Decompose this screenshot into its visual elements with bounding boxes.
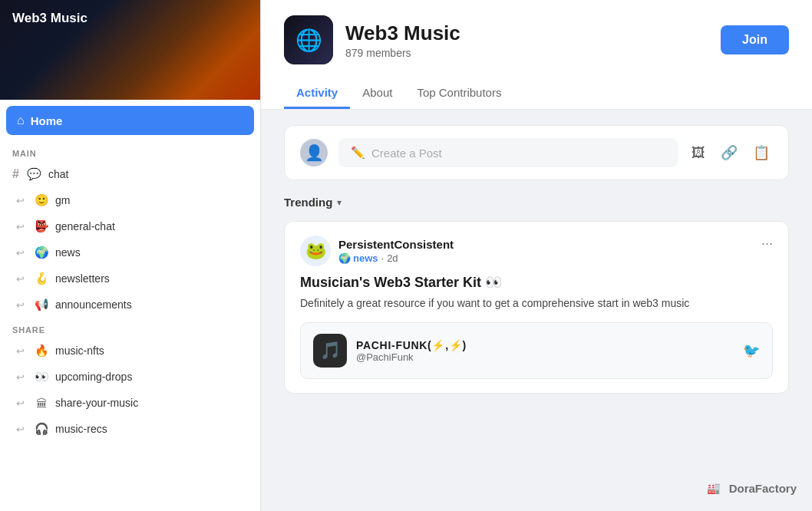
post-channel-name: news [353, 252, 378, 264]
share-your-music-emoji-icon: 🏛 [34, 395, 49, 410]
preview-name: PACHI-FUNK(⚡,⚡) [356, 339, 734, 351]
preview-avatar: 🎵 [313, 334, 347, 368]
community-header: 🌐 Web3 Music 879 members Join Activity A… [261, 0, 812, 110]
reply-icon9: ↩ [12, 421, 28, 437]
edit-icon: ✏️ [351, 146, 365, 160]
community-avatar: 🌐 [284, 15, 333, 64]
channel-chat-label: chat [48, 168, 68, 180]
twitter-icon: 🐦 [743, 342, 760, 359]
tab-activity[interactable]: Activity [284, 78, 350, 109]
create-post-input[interactable]: ✏️ Create a Post [338, 138, 678, 167]
post-separator: · [381, 252, 385, 264]
trending-dropdown-icon[interactable]: ▾ [337, 197, 342, 208]
sidebar-item-newsletters[interactable]: ↩ 🪝 newsletters [6, 265, 254, 292]
trending-label: Trending [284, 196, 332, 209]
reply-icon7: ↩ [12, 369, 28, 384]
home-label: Home [31, 114, 63, 127]
preview-handle: @PachiFunk [356, 351, 734, 363]
watermark-text: DoraFactory [729, 482, 797, 495]
banner-title: Web3 Music [12, 11, 87, 26]
channel-music-recs-label: music-recs [55, 423, 107, 435]
post-channel-link[interactable]: 🌍 news [338, 252, 378, 264]
tab-about[interactable]: About [350, 78, 404, 109]
create-post-box: 👤 ✏️ Create a Post 🖼 🔗 📋 [284, 125, 789, 180]
preview-info: PACHI-FUNK(⚡,⚡) @PachiFunk [356, 339, 734, 363]
post-author-avatar: 🐸 [300, 236, 331, 266]
home-icon: ⌂ [17, 114, 25, 127]
post-body: Definitely a great resource if you want … [300, 295, 773, 312]
sidebar-item-share-your-music[interactable]: ↩ 🏛 share-your-music [6, 390, 254, 416]
general-chat-emoji-icon: 👺 [34, 219, 49, 234]
reply-icon5: ↩ [12, 297, 28, 312]
announcements-emoji-icon: 📢 [34, 297, 49, 312]
post-title: Musician's Web3 Starter Kit 👀 [300, 274, 773, 291]
image-upload-button[interactable]: 🖼 [688, 142, 708, 164]
post-time-ago: 2d [387, 252, 398, 264]
main-content-area: 🌐 Web3 Music 879 members Join Activity A… [261, 0, 812, 511]
reply-icon: ↩ [12, 193, 28, 208]
channel-music-nfts-label: music-nfts [55, 345, 104, 357]
channel-share-your-music-label: share-your-music [55, 397, 138, 409]
create-post-actions: 🖼 🔗 📋 [688, 141, 773, 164]
join-button[interactable]: Join [721, 25, 789, 54]
main-content: 👤 ✏️ Create a Post 🖼 🔗 📋 Trending ▾ 🐸 [261, 110, 812, 511]
user-avatar-icon: 👤 [305, 143, 324, 162]
home-button[interactable]: ⌂ Home [6, 106, 254, 135]
channel-gm-label: gm [55, 194, 70, 206]
main-section-label: MAIN [6, 141, 254, 161]
chat-channel-icon: 💬 [27, 166, 42, 182]
channel-general-chat-label: general-chat [55, 220, 115, 232]
post-author-row: 🐸 PersistentConsistent 🌍 news · 2d [300, 236, 454, 266]
dorafactory-logo: 🏭 [703, 477, 725, 499]
post-author-name: PersistentConsistent [338, 238, 454, 251]
link-button[interactable]: 🔗 [718, 141, 741, 164]
share-section-label: SHARE [6, 318, 254, 338]
sidebar-item-announcements[interactable]: ↩ 📢 announcements [6, 292, 254, 318]
sidebar-banner: Web3 Music [0, 0, 260, 100]
dorafactory-logo-icon: 🏭 [707, 482, 720, 494]
post-author-info: PersistentConsistent 🌍 news · 2d [338, 238, 454, 264]
community-logo-icon: 🌐 [295, 28, 322, 53]
preview-avatar-emoji: 🎵 [320, 341, 341, 361]
sidebar: Web3 Music ⌂ Home MAIN # 💬 chat ↩ 🙂 gm ↩… [0, 0, 261, 511]
reply-icon2: ↩ [12, 219, 28, 234]
tab-top-contributors[interactable]: Top Contributors [404, 78, 513, 109]
post-preview-card[interactable]: 🎵 PACHI-FUNK(⚡,⚡) @PachiFunk 🐦 [300, 322, 773, 379]
trending-bar: Trending ▾ [284, 196, 789, 209]
sidebar-item-music-nfts[interactable]: ↩ 🔥 music-nfts [6, 338, 254, 364]
community-members-count: 879 members [345, 47, 708, 59]
post-header: 🐸 PersistentConsistent 🌍 news · 2d [300, 236, 773, 266]
current-user-avatar: 👤 [300, 139, 328, 166]
gm-emoji-icon: 🙂 [34, 193, 49, 208]
newsletters-emoji-icon: 🪝 [34, 271, 49, 286]
channel-news-label: news [55, 246, 81, 259]
post-meta: 🌍 news · 2d [338, 252, 454, 264]
sidebar-nav: ⌂ Home MAIN # 💬 chat ↩ 🙂 gm ↩ 👺 general-… [0, 100, 260, 448]
news-emoji-icon: 🌍 [34, 245, 49, 260]
community-tabs: Activity About Top Contributors [284, 78, 789, 109]
sidebar-item-news[interactable]: ↩ 🌍 news [6, 239, 254, 265]
community-name: Web3 Music [345, 21, 708, 45]
channel-announcements-label: announcements [55, 298, 132, 311]
music-recs-emoji-icon: 🎧 [34, 421, 49, 437]
sidebar-item-music-recs[interactable]: ↩ 🎧 music-recs [6, 416, 254, 442]
hash-icon: # [12, 167, 19, 181]
create-post-placeholder: Create a Post [371, 147, 442, 160]
channel-upcoming-drops-label: upcoming-drops [55, 371, 132, 383]
community-meta: Web3 Music 879 members [345, 21, 708, 59]
music-nfts-emoji-icon: 🔥 [34, 343, 49, 358]
post-author-avatar-emoji: 🐸 [305, 241, 326, 261]
sidebar-item-chat[interactable]: # 💬 chat [6, 161, 254, 187]
community-info-row: 🌐 Web3 Music 879 members Join [284, 0, 789, 75]
sidebar-item-gm[interactable]: ↩ 🙂 gm [6, 187, 254, 213]
upcoming-drops-emoji-icon: 👀 [34, 369, 49, 384]
post-channel-emoji: 🌍 [338, 252, 351, 264]
reply-icon3: ↩ [12, 245, 28, 260]
sidebar-item-general-chat[interactable]: ↩ 👺 general-chat [6, 213, 254, 239]
post-more-options-button[interactable]: ··· [761, 236, 773, 252]
reply-icon6: ↩ [12, 343, 28, 358]
watermark: 🏭 DoraFactory [703, 477, 797, 499]
sidebar-item-upcoming-drops[interactable]: ↩ 👀 upcoming-drops [6, 364, 254, 390]
reply-icon4: ↩ [12, 271, 28, 286]
format-button[interactable]: 📋 [750, 141, 773, 164]
